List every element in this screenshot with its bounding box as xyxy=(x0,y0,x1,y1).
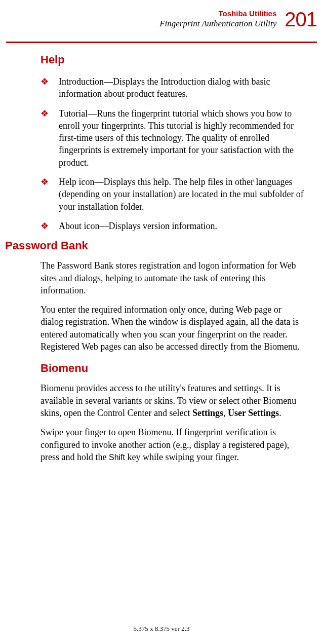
heading-password-bank: Password Bank xyxy=(5,239,308,252)
page-footer: 5.375 x 8.375 ver 2.3 xyxy=(0,625,323,633)
page-header: Toshiba Utilities Fingerprint Authentica… xyxy=(0,0,323,29)
list-item-text: Introduction—Displays the Introduction d… xyxy=(59,75,306,100)
bullet-icon: ❖ xyxy=(41,176,49,213)
bullet-icon: ❖ xyxy=(41,75,49,100)
list-item: ❖ Help icon—Displays this help. The help… xyxy=(41,176,306,213)
text-fragment: . xyxy=(279,408,281,418)
biomenu-para-1: Biomenu provides access to the utility's… xyxy=(41,382,306,419)
page-content: Help ❖ Introduction—Displays the Introdu… xyxy=(0,43,323,463)
biomenu-para-2: Swipe your finger to open Biomenu. If fi… xyxy=(41,426,306,463)
list-item-text: About icon—Displays version information. xyxy=(59,220,217,232)
list-item-text: Tutorial—Runs the fingerprint tutorial w… xyxy=(59,107,306,169)
bold-text-settings: Settings xyxy=(192,408,223,418)
list-item: ❖ About icon—Displays version informatio… xyxy=(41,220,306,232)
list-item: ❖ Tutorial—Runs the fingerprint tutorial… xyxy=(41,107,306,169)
bold-text-user-settings: User Settings xyxy=(228,408,279,418)
heading-help: Help xyxy=(41,53,308,66)
text-fragment: key while swiping your finger. xyxy=(125,452,239,462)
list-item: ❖ Introduction—Displays the Introduction… xyxy=(41,75,306,100)
bullet-icon: ❖ xyxy=(41,107,49,169)
list-item-text: Help icon—Displays this help. The help f… xyxy=(59,176,306,213)
page-number: 201 xyxy=(285,9,317,29)
bullet-icon: ❖ xyxy=(41,220,49,232)
header-title: Toshiba Utilities xyxy=(159,9,276,18)
header-subtitle: Fingerprint Authentication Utility xyxy=(159,19,276,29)
password-bank-para-2: You enter the required information only … xyxy=(41,304,306,353)
key-label-shift: Shift xyxy=(109,453,125,462)
password-bank-para-1: The Password Bank stores registration an… xyxy=(41,259,306,296)
help-bullet-list: ❖ Introduction—Displays the Introduction… xyxy=(41,75,306,232)
text-fragment: , xyxy=(223,408,228,418)
heading-biomenu: Biomenu xyxy=(41,362,308,375)
header-text-block: Toshiba Utilities Fingerprint Authentica… xyxy=(159,9,276,29)
